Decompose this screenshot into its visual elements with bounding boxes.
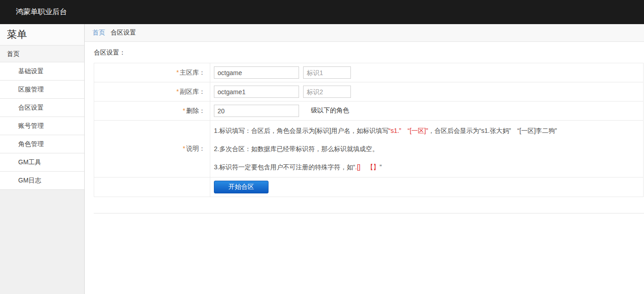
main-db-input[interactable] [214, 66, 299, 79]
sub-db-label: 副区库： [180, 88, 205, 95]
table-row-notes: *说明： 1.标识填写：合区后，角色会显示为[标识]用户名，如标识填写“s1.”… [94, 121, 644, 177]
sidebar: 菜单 首页 基础设置 区服管理 合区设置 账号管理 角色管理 GM工具 GM日志 [0, 24, 85, 294]
table-row-submit: 开始合区 [94, 177, 644, 197]
sidebar-filler [0, 190, 84, 294]
start-merge-button[interactable]: 开始合区 [214, 181, 269, 193]
form-title: 合区设置： [94, 49, 644, 57]
required-mark: * [183, 107, 185, 114]
topbar: 鸿蒙单职业后台 [0, 0, 644, 24]
breadcrumb: 首页 合区设置 [85, 24, 644, 42]
sidebar-item-account-management[interactable]: 账号管理 [0, 117, 84, 135]
sidebar-item-merge-settings[interactable]: 合区设置 [0, 99, 84, 117]
sidebar-item-role-management[interactable]: 角色管理 [0, 135, 84, 153]
sidebar-item-gm-logs[interactable]: GM日志 [0, 172, 84, 190]
required-mark: * [177, 69, 179, 76]
required-mark: * [183, 145, 185, 152]
sidebar-item-gm-tools[interactable]: GM工具 [0, 153, 84, 172]
app-title: 鸿蒙单职业后台 [16, 7, 67, 17]
sub-db-tag-input[interactable] [303, 86, 351, 98]
delete-level-suffix: 级以下的角色 [311, 106, 349, 114]
sidebar-item-basic-settings[interactable]: 基础设置 [0, 62, 84, 81]
note-line-3: 3.标识符一定要包含用户不可注册的特殊字符，如“.[] 【】” [214, 158, 643, 176]
sidebar-menu-header: 菜单 [0, 24, 84, 46]
main-layout: 菜单 首页 基础设置 区服管理 合区设置 账号管理 角色管理 GM工具 GM日志… [0, 24, 644, 294]
required-mark: * [177, 88, 179, 95]
breadcrumb-current: 合区设置 [111, 29, 136, 37]
table-row-sub-db: *副区库： [94, 82, 644, 101]
breadcrumb-home-link[interactable]: 首页 [92, 29, 105, 37]
note-line-1: 1.标识填写：合区后，角色会显示为[标识]用户名，如标识填写“s1.” “[一区… [214, 122, 643, 140]
table-row-main-db: *主区库： [94, 63, 644, 82]
main-panel: 首页 合区设置 合区设置： *主区库： *副区库： [85, 24, 644, 294]
section-divider [94, 213, 644, 213]
content-area: 合区设置： *主区库： *副区库： [85, 42, 644, 213]
main-db-label: 主区库： [180, 69, 205, 76]
sidebar-item-home[interactable]: 首页 [0, 46, 84, 62]
table-row-delete-level: *删除： 级以下的角色 [94, 101, 644, 121]
delete-label: 删除： [186, 107, 205, 114]
sidebar-item-server-management[interactable]: 区服管理 [0, 81, 84, 99]
main-db-tag-input[interactable] [303, 66, 351, 79]
notes-label: 说明： [186, 145, 205, 152]
sub-db-input[interactable] [214, 86, 299, 98]
note-line-2: 2.多次合区：如数据库已经带标识符，那么标识就填成空。 [214, 140, 643, 158]
merge-settings-form: *主区库： *副区库： [94, 63, 644, 197]
delete-level-input[interactable] [214, 105, 299, 117]
